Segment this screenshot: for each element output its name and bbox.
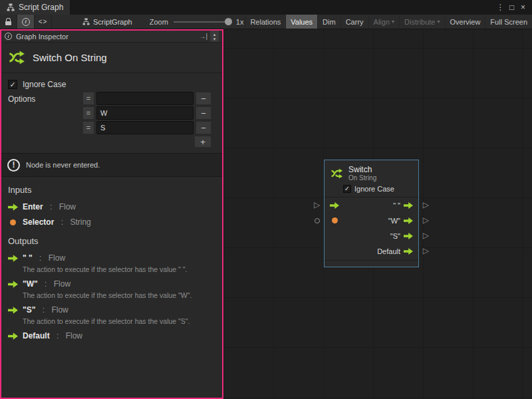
warning-banner: ! Node is never entered. bbox=[1, 153, 222, 177]
port-separator: : bbox=[59, 217, 65, 227]
inspector-title: Graph Inspector bbox=[16, 33, 68, 41]
remove-option-button[interactable]: − bbox=[196, 92, 211, 105]
flow-input-icon bbox=[8, 203, 18, 211]
values-label: Values bbox=[291, 18, 313, 26]
flow-output-icon bbox=[8, 332, 18, 340]
breadcrumb-label: ScriptGraph bbox=[93, 18, 132, 26]
input-port-row: Selector : String bbox=[8, 217, 215, 227]
scroll-spinner[interactable]: ▴ ▾ bbox=[210, 31, 219, 42]
option-input[interactable] bbox=[96, 92, 194, 105]
port-name: Selector bbox=[23, 217, 54, 227]
enter-port-connector-icon[interactable]: ▷ bbox=[314, 200, 320, 209]
tab-script-graph[interactable]: Script Graph bbox=[0, 0, 70, 15]
zoom-slider-track bbox=[174, 21, 232, 23]
values-button[interactable]: Values bbox=[285, 15, 317, 29]
graph-toolbar: i <> ScriptGraph Zoom 1x Relations Value… bbox=[0, 15, 532, 29]
options-list: = − = W − = S − + bbox=[82, 92, 211, 148]
port-description: The action to execute if the selector ha… bbox=[23, 317, 215, 325]
remove-option-button[interactable]: − bbox=[196, 106, 211, 120]
main-area: Switch On String ✓ Ignore Case ▷ " " bbox=[0, 29, 532, 399]
node-titles: Switch On String bbox=[348, 165, 376, 182]
node-row-default: Default ▷ bbox=[325, 243, 418, 259]
add-option-button[interactable]: + bbox=[194, 136, 211, 148]
spinner-up-icon[interactable]: ▴ bbox=[213, 32, 216, 37]
align-label: Align bbox=[374, 18, 390, 26]
remove-option-button[interactable]: − bbox=[196, 121, 211, 134]
drag-handle-icon[interactable]: = bbox=[82, 92, 94, 105]
chevron-down-icon: ▾ bbox=[438, 19, 440, 25]
graph-inspector-panel: i Graph Inspector →| ▴ ▾ Switch On Strin… bbox=[0, 29, 223, 399]
input-port-row: Enter : Flow bbox=[8, 202, 215, 211]
node-port-label: Default bbox=[377, 247, 400, 255]
inspector-node-title: Switch On String bbox=[33, 52, 107, 63]
tab-title: Script Graph bbox=[19, 3, 63, 12]
node-port-label: "S" bbox=[390, 232, 400, 240]
close-icon[interactable]: × bbox=[517, 3, 529, 12]
code-view-button[interactable]: <> bbox=[35, 15, 52, 29]
node-footer bbox=[325, 260, 418, 267]
chevron-down-icon: ▾ bbox=[392, 19, 394, 25]
script-graph-icon bbox=[82, 18, 90, 25]
node-ignore-case-label: Ignore Case bbox=[354, 185, 394, 193]
port-separator: : bbox=[55, 331, 61, 340]
relations-button[interactable]: Relations bbox=[245, 15, 285, 29]
carry-label: Carry bbox=[346, 18, 364, 26]
node-body: ▷ " " ▷ "W" bbox=[325, 197, 418, 259]
port-type: Flow bbox=[54, 279, 70, 289]
distribute-button[interactable]: Distribute ▾ bbox=[399, 15, 444, 29]
node-row-enter: ▷ " " ▷ bbox=[325, 198, 418, 213]
flow-output-icon bbox=[8, 307, 18, 314]
selector-port-connector-icon[interactable] bbox=[315, 218, 320, 223]
switch-on-string-node[interactable]: Switch On String ✓ Ignore Case ▷ " " bbox=[324, 160, 419, 267]
flow-output-icon[interactable] bbox=[404, 233, 413, 239]
output-port-row: " " : Flow bbox=[8, 253, 215, 263]
relations-label: Relations bbox=[250, 18, 281, 26]
output-port-connector-icon[interactable]: ▷ bbox=[423, 215, 429, 225]
maximize-icon[interactable]: □ bbox=[506, 3, 517, 12]
port-name: Default bbox=[23, 331, 50, 340]
ignore-case-checkbox[interactable]: ✓ bbox=[8, 80, 17, 89]
flow-output-icon[interactable] bbox=[404, 202, 413, 209]
node-title-section: Switch On String bbox=[1, 43, 222, 73]
carry-button[interactable]: Carry bbox=[340, 15, 368, 29]
option-row: = W − bbox=[82, 106, 211, 120]
toolbar-buttons: Relations Values Dim Carry Align ▾ Distr… bbox=[245, 15, 532, 29]
node-row-s: "S" ▷ bbox=[325, 228, 418, 243]
flow-input-icon[interactable] bbox=[330, 202, 339, 209]
option-input[interactable]: S bbox=[96, 121, 194, 134]
output-port-connector-icon[interactable]: ▷ bbox=[423, 200, 429, 209]
selector-value-icon[interactable] bbox=[332, 217, 338, 223]
lock-button[interactable] bbox=[0, 15, 17, 29]
port-separator: : bbox=[43, 279, 49, 289]
node-header[interactable]: Switch On String ✓ Ignore Case bbox=[325, 160, 418, 197]
flow-output-icon[interactable] bbox=[404, 248, 413, 255]
switch-icon bbox=[330, 167, 343, 180]
port-name: "S" bbox=[23, 305, 35, 315]
output-port-row: Default : Flow bbox=[8, 331, 215, 340]
fullscreen-button[interactable]: Full Screen bbox=[485, 15, 532, 29]
overview-button[interactable]: Overview bbox=[445, 15, 485, 29]
drag-handle-icon[interactable]: = bbox=[82, 121, 94, 134]
port-name: " " bbox=[23, 253, 33, 263]
value-input-icon bbox=[10, 219, 16, 225]
align-button[interactable]: Align ▾ bbox=[368, 15, 399, 29]
node-port-label: "W" bbox=[388, 217, 400, 225]
breadcrumb[interactable]: ScriptGraph bbox=[82, 15, 132, 29]
graph-canvas[interactable]: Switch On String ✓ Ignore Case ▷ " " bbox=[223, 29, 532, 399]
kebab-menu-icon[interactable]: ⋮ bbox=[495, 3, 506, 12]
zoom-slider[interactable] bbox=[174, 15, 232, 29]
spinner-down-icon[interactable]: ▾ bbox=[213, 37, 216, 41]
dock-icon[interactable]: →| bbox=[199, 33, 207, 40]
flow-output-icon[interactable] bbox=[404, 217, 413, 224]
port-separator: : bbox=[48, 202, 55, 211]
option-input[interactable]: W bbox=[96, 106, 194, 120]
window-titlebar: Script Graph ⋮ □ × bbox=[0, 0, 532, 15]
output-port-connector-icon[interactable]: ▷ bbox=[423, 246, 429, 255]
node-port-label: " " bbox=[393, 201, 400, 209]
inspector-toggle-button[interactable]: i bbox=[17, 15, 35, 29]
output-port-connector-icon[interactable]: ▷ bbox=[423, 231, 429, 240]
zoom-slider-handle[interactable] bbox=[225, 18, 232, 25]
drag-handle-icon[interactable]: = bbox=[82, 106, 94, 120]
dim-button[interactable]: Dim bbox=[317, 15, 340, 29]
node-ignore-case-checkbox[interactable]: ✓ bbox=[343, 185, 351, 193]
